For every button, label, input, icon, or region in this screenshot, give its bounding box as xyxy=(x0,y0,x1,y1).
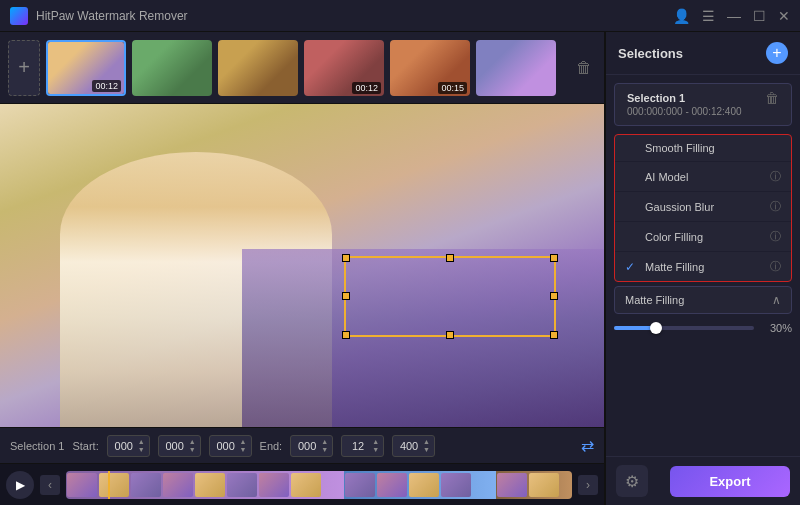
add-media-button[interactable]: + xyxy=(8,40,40,96)
end-label: End: xyxy=(260,440,283,452)
active-method-label: Matte Filling xyxy=(625,294,684,306)
start-sec-up[interactable]: ▲ xyxy=(240,438,247,446)
end-min-input[interactable]: 12 ▲ ▼ xyxy=(341,435,384,457)
ai-info-icon: ⓘ xyxy=(770,169,781,184)
end-sec-up[interactable]: ▲ xyxy=(423,438,430,446)
slider-value: 30% xyxy=(762,322,792,334)
selection-label: Selection 1 xyxy=(10,440,64,452)
selection-delete-button[interactable]: 🗑 xyxy=(765,90,779,106)
close-icon[interactable]: ✕ xyxy=(778,8,790,24)
settings-button[interactable]: ⚙ xyxy=(616,465,648,497)
start-hour-spin[interactable]: ▲ ▼ xyxy=(138,438,145,454)
next-frame-button[interactable]: › xyxy=(578,475,598,495)
end-hour-input[interactable]: 000 ▲ ▼ xyxy=(290,435,333,457)
thumbnail-1[interactable]: 00:12 xyxy=(46,40,126,96)
method-matte-filling[interactable]: ✓ Matte Filling ⓘ xyxy=(615,252,791,281)
timeline-marker[interactable] xyxy=(108,471,110,499)
right-panel-title: Selections xyxy=(618,46,683,61)
method-gaussion-blur[interactable]: Gaussion Blur ⓘ xyxy=(615,192,791,222)
prev-frame-button[interactable]: ‹ xyxy=(40,475,60,495)
end-sec-input[interactable]: 400 ▲ ▼ xyxy=(392,435,435,457)
add-selection-button[interactable]: + xyxy=(766,42,788,64)
start-sec-spin[interactable]: ▲ ▼ xyxy=(240,438,247,454)
app-title: HitPaw Watermark Remover xyxy=(36,9,188,23)
minimize-icon[interactable]: — xyxy=(727,8,741,24)
thumbnail-2[interactable] xyxy=(132,40,212,96)
handle-bottom-mid[interactable] xyxy=(446,331,454,339)
handle-mid-right[interactable] xyxy=(550,292,558,300)
titlebar: HitPaw Watermark Remover 👤 ☰ — ☐ ✕ xyxy=(0,0,800,32)
end-hour-spin[interactable]: ▲ ▼ xyxy=(321,438,328,454)
start-sec-input[interactable]: 000 ▲ ▼ xyxy=(209,435,252,457)
start-hour-input[interactable]: 000 ▲ ▼ xyxy=(107,435,150,457)
right-panel: Selections + Selection 1 000:000:000 - 0… xyxy=(605,32,800,505)
active-method-dropdown[interactable]: Matte Filling ∧ xyxy=(614,286,792,314)
slider-thumb[interactable] xyxy=(650,322,662,334)
tl-thumb-2 xyxy=(99,473,129,497)
start-sec-value: 000 xyxy=(214,440,238,452)
start-hour-value: 000 xyxy=(112,440,136,452)
handle-top-left[interactable] xyxy=(342,254,350,262)
end-min-value: 12 xyxy=(346,440,370,452)
play-button[interactable]: ▶ xyxy=(6,471,34,499)
end-min-down[interactable]: ▼ xyxy=(372,446,379,454)
selection-time: 000:000:000 - 000:12:400 xyxy=(627,106,765,117)
selection-box[interactable] xyxy=(344,256,555,337)
matte-check: ✓ xyxy=(625,260,639,274)
timeline: ▶ ‹ xyxy=(0,463,604,505)
color-label: Color Filling xyxy=(645,231,764,243)
start-min-input[interactable]: 000 ▲ ▼ xyxy=(158,435,201,457)
titlebar-controls: 👤 ☰ — ☐ ✕ xyxy=(673,8,790,24)
method-color-filling[interactable]: Color Filling ⓘ xyxy=(615,222,791,252)
thumbnail-4[interactable]: 00:12 xyxy=(304,40,384,96)
method-panel: Smooth Filling AI Model ⓘ Gaussion Blur … xyxy=(614,134,792,282)
end-hour-up[interactable]: ▲ xyxy=(321,438,328,446)
start-min-spin[interactable]: ▲ ▼ xyxy=(189,438,196,454)
thumb-1-duration: 00:12 xyxy=(92,80,121,92)
start-hour-up[interactable]: ▲ xyxy=(138,438,145,446)
export-button[interactable]: Export xyxy=(670,466,790,497)
bottom-bar: ⚙ Export xyxy=(606,456,800,505)
timeline-track[interactable] xyxy=(66,471,572,499)
menu-icon[interactable]: ☰ xyxy=(702,8,715,24)
start-min-up[interactable]: ▲ xyxy=(189,438,196,446)
user-icon[interactable]: 👤 xyxy=(673,8,690,24)
end-sec-spin[interactable]: ▲ ▼ xyxy=(423,438,430,454)
thumbnail-strip: + 00:12 00:12 00:15 🗑 xyxy=(0,32,604,104)
handle-top-right[interactable] xyxy=(550,254,558,262)
end-hour-down[interactable]: ▼ xyxy=(321,446,328,454)
handle-top-mid[interactable] xyxy=(446,254,454,262)
start-hour-down[interactable]: ▼ xyxy=(138,446,145,454)
selection-name: Selection 1 xyxy=(627,92,765,104)
handle-mid-left[interactable] xyxy=(342,292,350,300)
delete-media-button[interactable]: 🗑 xyxy=(572,55,596,81)
tl-thumb-6 xyxy=(227,473,257,497)
thumb-4-duration: 00:12 xyxy=(352,82,381,94)
color-info-icon: ⓘ xyxy=(770,229,781,244)
thumbnail-3[interactable] xyxy=(218,40,298,96)
handle-bottom-right[interactable] xyxy=(550,331,558,339)
titlebar-left: HitPaw Watermark Remover xyxy=(10,7,188,25)
thumbnail-5[interactable]: 00:15 xyxy=(390,40,470,96)
maximize-icon[interactable]: ☐ xyxy=(753,8,766,24)
smooth-label: Smooth Filling xyxy=(645,142,781,154)
start-sec-down[interactable]: ▼ xyxy=(240,446,247,454)
handle-bottom-left[interactable] xyxy=(342,331,350,339)
method-ai-model[interactable]: AI Model ⓘ xyxy=(615,162,791,192)
matte-slider[interactable] xyxy=(614,326,754,330)
selection-info: Selection 1 000:000:000 - 000:12:400 xyxy=(627,92,765,117)
start-min-down[interactable]: ▼ xyxy=(189,446,196,454)
swap-icon[interactable]: ⇄ xyxy=(581,436,594,455)
end-sec-down[interactable]: ▼ xyxy=(423,446,430,454)
end-min-up[interactable]: ▲ xyxy=(372,438,379,446)
blur-label: Gaussion Blur xyxy=(645,201,764,213)
thumbnail-6[interactable] xyxy=(476,40,556,96)
method-smooth-filling[interactable]: Smooth Filling xyxy=(615,135,791,162)
end-min-spin[interactable]: ▲ ▼ xyxy=(372,438,379,454)
selection-item-1: Selection 1 000:000:000 - 000:12:400 🗑 xyxy=(614,83,792,126)
timeline-segment-3 xyxy=(496,471,572,499)
app-logo xyxy=(10,7,28,25)
timeline-segment-2 xyxy=(344,471,496,499)
tl-thumb-4 xyxy=(163,473,193,497)
start-label: Start: xyxy=(72,440,98,452)
